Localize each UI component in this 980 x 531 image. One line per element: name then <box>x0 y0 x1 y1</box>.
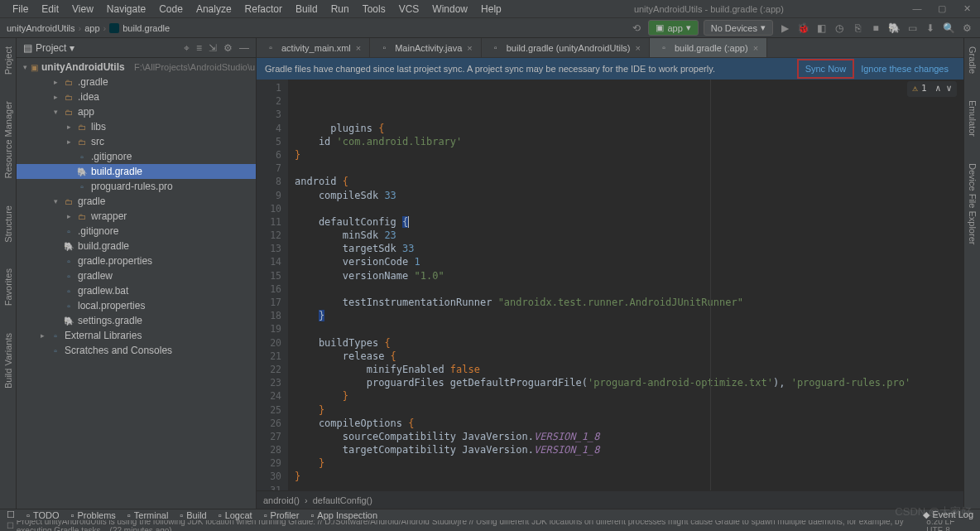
nav-toolbar: unityAndroidUtils › app › build.gradle ⟲… <box>0 18 980 38</box>
project-view-dropdown[interactable]: ▤ Project ▾ <box>23 42 179 54</box>
stop-icon[interactable]: ■ <box>869 22 882 35</box>
bottom-tool-app-inspection[interactable]: ▫App Inspection <box>310 510 377 520</box>
profiler-icon[interactable]: ◷ <box>833 22 846 35</box>
menu-build[interactable]: Build <box>290 2 324 17</box>
sync-icon[interactable]: ⟲ <box>630 22 643 35</box>
menu-run[interactable]: Run <box>325 2 355 17</box>
tab-mainactivity-java[interactable]: ▫MainActivity.java× <box>370 38 482 57</box>
tree-item-libs[interactable]: ▸🗀libs <box>17 119 256 134</box>
attach-icon[interactable]: ⎘ <box>851 22 864 35</box>
status-message: Project unityAndroidUtils is using the f… <box>17 520 927 531</box>
run-config-dropdown[interactable]: ▣ app ▾ <box>648 20 698 36</box>
inspection-indicator[interactable]: ⚠1 ∧ ∨ <box>907 81 957 97</box>
right-tool-gradle[interactable]: Gradle <box>968 41 978 79</box>
tool-window-toggle-icon[interactable]: ☐ <box>7 509 15 520</box>
menu-tools[interactable]: Tools <box>357 2 392 17</box>
settings-icon[interactable]: ⚙ <box>960 22 973 35</box>
right-tool-emulator[interactable]: Emulator <box>968 95 978 142</box>
sync-now-button[interactable]: Sync Now <box>797 59 855 79</box>
close-tab-icon[interactable]: × <box>356 43 361 53</box>
tree-item-settings-gradle[interactable]: 🐘settings.gradle <box>17 313 256 328</box>
breadcrumb-project[interactable]: unityAndroidUtils <box>7 23 75 33</box>
left-tool-structure[interactable]: Structure <box>3 200 13 248</box>
left-tool-resource-manager[interactable]: Resource Manager <box>3 96 13 184</box>
menu-help[interactable]: Help <box>475 2 507 17</box>
tree-item--idea[interactable]: ▸🗀.idea <box>17 89 256 104</box>
tree-item--gitignore[interactable]: ▫.gitignore <box>17 149 256 164</box>
debug-icon[interactable]: 🐞 <box>796 22 809 35</box>
code-editor[interactable]: ⚠1 ∧ ∨ plugins { id 'com.android.library… <box>288 80 963 490</box>
tree-item-local-properties[interactable]: ▫local.properties <box>17 298 256 313</box>
bottom-tool-todo[interactable]: ▫TODO <box>26 510 59 520</box>
menu-view[interactable]: View <box>66 2 99 17</box>
menu-edit[interactable]: Edit <box>36 2 65 17</box>
select-opened-icon[interactable]: ⌖ <box>184 42 190 54</box>
tree-item-scratches-and-consoles[interactable]: ▫Scratches and Consoles <box>17 343 256 358</box>
file-icon: ▫ <box>63 255 74 267</box>
watermark: CSDN @大家好 <box>895 504 972 519</box>
left-tool-favorites[interactable]: Favorites <box>3 263 13 311</box>
hide-icon[interactable]: — <box>239 42 249 54</box>
tab-activity-main-xml[interactable]: ▫activity_main.xml× <box>257 38 370 57</box>
tree-item-proguard-rules-pro[interactable]: ▫proguard-rules.pro <box>17 179 256 194</box>
sync-gradle-icon[interactable]: 🐘 <box>887 22 901 35</box>
maximize-icon[interactable]: ▢ <box>935 3 949 14</box>
crumb-item[interactable]: defaultConfig() <box>313 495 372 505</box>
run-icon[interactable]: ▶ <box>778 22 791 35</box>
coverage-icon[interactable]: ◧ <box>814 22 828 35</box>
file-icon: ▫ <box>490 42 502 54</box>
left-tool-build-variants[interactable]: Build Variants <box>3 328 13 393</box>
tree-item-app[interactable]: ▾🗀app <box>17 104 256 119</box>
tab-build-gradle-app-[interactable]: ▫build.gradle (:app)× <box>650 38 767 57</box>
menu-analyze[interactable]: Analyze <box>190 2 238 17</box>
device-dropdown[interactable]: No Devices ▾ <box>704 20 773 36</box>
breadcrumb-file[interactable]: build.gradle <box>122 23 170 33</box>
close-icon[interactable]: ✕ <box>960 3 973 14</box>
expand-all-icon[interactable]: ≡ <box>196 42 202 54</box>
tree-item-external-libraries[interactable]: ▸▫External Libraries <box>17 328 256 343</box>
ignore-changes-button[interactable]: Ignore these changes <box>854 64 955 74</box>
tree-item-gradle[interactable]: ▾🗀gradle <box>17 194 256 209</box>
sdk-icon[interactable]: ⬇ <box>924 22 937 35</box>
close-tab-icon[interactable]: × <box>753 43 758 53</box>
project-tree[interactable]: ▾▣ unityAndroidUtils F:\AllProjects\Andr… <box>17 58 256 509</box>
close-tab-icon[interactable]: × <box>636 43 641 53</box>
menu-code[interactable]: Code <box>153 2 189 17</box>
tab-build-gradle-unityandroidutils-[interactable]: ▫build.gradle (unityAndroidUtils)× <box>482 38 650 57</box>
search-icon[interactable]: 🔍 <box>942 22 955 35</box>
gear-icon[interactable]: ⚙ <box>223 42 233 54</box>
bottom-tool-terminal[interactable]: ▫Terminal <box>127 510 168 520</box>
tree-root[interactable]: ▾▣ unityAndroidUtils F:\AllProjects\Andr… <box>17 60 256 75</box>
menu-vcs[interactable]: VCS <box>393 2 425 17</box>
status-hint[interactable]: ☐ <box>7 521 14 530</box>
crumb-item[interactable]: android() <box>263 495 300 505</box>
bottom-tool-profiler[interactable]: ▫Profiler <box>264 510 300 520</box>
tree-item-wrapper[interactable]: ▸🗀wrapper <box>17 209 256 224</box>
breadcrumb-module[interactable]: app <box>84 23 99 33</box>
bottom-tool-build[interactable]: ▫Build <box>180 510 206 520</box>
editor-body[interactable]: 1234567891011121314151617181920212223242… <box>257 80 963 490</box>
collapse-all-icon[interactable]: ⇲ <box>209 42 217 54</box>
tree-item-build-gradle[interactable]: 🐘build.gradle <box>17 239 256 253</box>
gutter[interactable]: 1234567891011121314151617181920212223242… <box>257 80 288 490</box>
tree-item-gradle-properties[interactable]: ▫gradle.properties <box>17 253 256 268</box>
main-area: ProjectResource ManagerStructureFavorite… <box>0 38 980 509</box>
tree-item-gradlew-bat[interactable]: ▫gradlew.bat <box>17 283 256 298</box>
minimize-icon[interactable]: — <box>910 3 924 14</box>
avd-icon[interactable]: ▭ <box>906 22 919 35</box>
tree-item--gradle[interactable]: ▸🗀.gradle <box>17 75 256 89</box>
bottom-tool-logcat[interactable]: ▫Logcat <box>219 510 252 520</box>
tree-item-gradlew[interactable]: ▫gradlew <box>17 268 256 283</box>
menu-navigate[interactable]: Navigate <box>101 2 151 17</box>
tree-item-build-gradle[interactable]: 🐘build.gradle <box>17 164 256 179</box>
menu-refactor[interactable]: Refactor <box>239 2 288 17</box>
tree-item-src[interactable]: ▸🗀src <box>17 134 256 149</box>
bottom-tool-problems[interactable]: ▫Problems <box>70 510 115 520</box>
right-tool-device-file-explorer[interactable]: Device File Explorer <box>968 158 978 249</box>
menu-window[interactable]: Window <box>426 2 473 17</box>
tree-item--gitignore[interactable]: ▫.gitignore <box>17 224 256 239</box>
menu-bar: FileEditViewNavigateCodeAnalyzeRefactorB… <box>7 2 507 17</box>
close-tab-icon[interactable]: × <box>467 43 472 53</box>
left-tool-project[interactable]: Project <box>3 41 13 80</box>
menu-file[interactable]: File <box>7 2 34 17</box>
